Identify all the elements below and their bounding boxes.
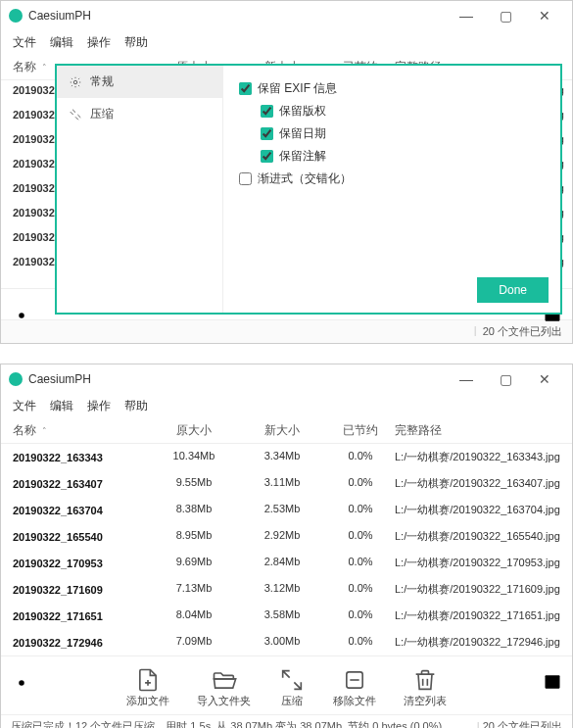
table-row[interactable]: 20190322_1709539.69Mb2.84Mb0.0%L:/一幼棋赛/2… <box>1 550 572 576</box>
done-button[interactable]: Done <box>477 277 549 303</box>
check-keep-copyright[interactable]: 保留版权 <box>239 100 545 122</box>
settings-button[interactable] <box>11 305 32 330</box>
titlebar: CaesiumPH — ▢ ✕ <box>1 1 572 30</box>
cell-orig-size: 8.38Mb <box>150 503 238 517</box>
cell-new-size: 3.58Mb <box>238 608 326 623</box>
cell-new-size: 3.34Mb <box>238 450 326 464</box>
check-keep-comment[interactable]: 保留注解 <box>239 145 545 168</box>
menu-edit[interactable]: 编辑 <box>50 398 73 414</box>
check-keep-date[interactable]: 保留日期 <box>239 122 545 145</box>
cell-full-path: L:/一幼棋赛/20190322_172946.jpg <box>395 635 572 650</box>
svg-point-3 <box>73 80 77 84</box>
menu-file[interactable]: 文件 <box>13 398 36 414</box>
col-name-header[interactable]: 名称 <box>13 59 36 75</box>
statusbar: 压缩已完成！12 个文件已压缩，用时 1.5s, 从 38.07Mb 变为 38… <box>1 714 572 728</box>
table-row[interactable]: 20190322_1637048.38Mb2.53Mb0.0%L:/一幼棋赛/2… <box>1 497 572 523</box>
cell-full-path: L:/一幼棋赛/20190322_163704.jpg <box>395 503 572 517</box>
svg-point-4 <box>19 680 24 686</box>
cell-full-path: L:/一幼棋赛/20190322_170953.jpg <box>395 556 572 570</box>
menu-action[interactable]: 操作 <box>87 398 111 414</box>
cell-new-size: 2.84Mb <box>238 556 326 570</box>
table-row[interactable]: 20190322_1655408.95Mb2.92Mb0.0%L:/一幼棋赛/2… <box>1 523 572 550</box>
cell-saved: 0.0% <box>326 582 395 597</box>
maximize-button[interactable]: ▢ <box>486 2 525 29</box>
cell-name: 20190322_165540 <box>13 529 150 544</box>
col-new-header[interactable]: 新大小 <box>238 422 326 439</box>
cell-new-size: 3.12Mb <box>238 582 326 597</box>
minimize-button[interactable]: — <box>447 2 486 29</box>
app-title: CaesiumPH <box>28 9 447 23</box>
tool-compress[interactable]: 压缩 <box>278 666 306 708</box>
menu-action[interactable]: 操作 <box>87 34 111 51</box>
svg-rect-9 <box>546 675 560 688</box>
cell-saved: 0.0% <box>326 529 395 544</box>
cell-full-path: L:/一幼棋赛/20190322_171609.jpg <box>395 582 572 597</box>
table-header: 名称˄ 原大小 新大小 已节约 完整路径 <box>1 418 572 444</box>
settings-tabs: 常规 压缩 <box>57 66 223 313</box>
cell-saved: 0.0% <box>326 635 395 650</box>
remove-icon <box>341 666 368 694</box>
table-row-fragment[interactable]: 2019032 <box>13 207 55 218</box>
col-name-header[interactable]: 名称 <box>13 422 36 439</box>
panel-icon <box>543 672 562 692</box>
settings-tab-compress[interactable]: 压缩 <box>57 98 222 130</box>
cell-saved: 0.0% <box>326 476 395 491</box>
file-list: 20190322_16334310.34Mb3.34Mb0.0%L:/一幼棋赛/… <box>1 444 572 655</box>
side-panel-toggle[interactable] <box>543 672 562 696</box>
cell-full-path: L:/一幼棋赛/20190322_163407.jpg <box>395 476 572 491</box>
menu-file[interactable]: 文件 <box>13 34 36 51</box>
table-row-fragment[interactable]: 2019032 <box>13 182 55 194</box>
tool-remove[interactable]: 移除文件 <box>333 666 376 708</box>
cell-new-size: 3.00Mb <box>238 635 326 650</box>
check-progressive[interactable]: 渐进式（交错化） <box>239 168 545 190</box>
check-keep-exif[interactable]: 保留 EXIF 信息 <box>239 77 545 100</box>
table-row-fragment[interactable]: 2019032 <box>13 256 55 267</box>
col-orig-header[interactable]: 原大小 <box>150 422 238 439</box>
cell-orig-size: 9.55Mb <box>150 476 238 491</box>
close-button[interactable]: ✕ <box>525 2 564 29</box>
maximize-button[interactable]: ▢ <box>486 365 525 393</box>
table-row-fragment[interactable]: 2019032 <box>13 109 55 121</box>
settings-dialog: 常规 压缩 保留 EXIF 信息 保留版权 保留日期 保留注解 渐进式（交错化）… <box>55 64 562 315</box>
table-row-fragment[interactable]: 2019032 <box>13 158 55 170</box>
cell-full-path: L:/一幼棋赛/20190322_163343.jpg <box>395 450 572 464</box>
cell-saved: 0.0% <box>326 608 395 623</box>
cell-orig-size: 7.13Mb <box>150 582 238 597</box>
cell-name: 20190322_170953 <box>13 556 150 570</box>
settings-tab-general[interactable]: 常规 <box>57 66 222 98</box>
sort-caret-icon: ˄ <box>42 63 47 73</box>
cell-orig-size: 9.69Mb <box>150 556 238 570</box>
table-row-fragment[interactable]: 2019032 <box>13 231 55 243</box>
menu-help[interactable]: 帮助 <box>124 34 148 51</box>
status-file-count: 20 个文件已列出 <box>483 720 562 728</box>
table-row-fragment[interactable]: 2019032 <box>13 84 55 96</box>
settings-body: 保留 EXIF 信息 保留版权 保留日期 保留注解 渐进式（交错化） <box>223 66 560 313</box>
col-saved-header[interactable]: 已节约 <box>326 422 395 439</box>
menu-help[interactable]: 帮助 <box>124 398 148 414</box>
col-path-header[interactable]: 完整路径 <box>395 422 572 439</box>
minimize-button[interactable]: — <box>447 365 486 393</box>
compress-icon <box>69 108 82 121</box>
cell-full-path: L:/一幼棋赛/20190322_165540.jpg <box>395 529 572 544</box>
toolbar: 添加文件 导入文件夹 压缩 移除文件 清空列表 <box>1 655 572 714</box>
tool-clear[interactable]: 清空列表 <box>404 666 447 708</box>
table-row[interactable]: 20190322_16334310.34Mb3.34Mb0.0%L:/一幼棋赛/… <box>1 444 572 470</box>
tool-import-folder[interactable]: 导入文件夹 <box>197 666 251 708</box>
folder-open-icon <box>211 666 238 694</box>
file-plus-icon <box>134 666 162 694</box>
gear-icon <box>69 75 82 89</box>
cell-new-size: 2.92Mb <box>238 529 326 544</box>
table-row[interactable]: 20190322_1716097.13Mb3.12Mb0.0%L:/一幼棋赛/2… <box>1 576 572 603</box>
cell-orig-size: 7.09Mb <box>150 635 238 650</box>
app-logo-icon <box>9 9 23 23</box>
menu-edit[interactable]: 编辑 <box>50 34 73 51</box>
cell-name: 20190322_171609 <box>13 582 150 597</box>
table-row[interactable]: 20190322_1634079.55Mb3.11Mb0.0%L:/一幼棋赛/2… <box>1 470 572 497</box>
settings-button[interactable] <box>11 672 32 698</box>
close-button[interactable]: ✕ <box>525 365 564 393</box>
tool-add-files[interactable]: 添加文件 <box>126 666 169 708</box>
table-row[interactable]: 20190322_1716518.04Mb3.58Mb0.0%L:/一幼棋赛/2… <box>1 603 572 629</box>
table-row[interactable]: 20190322_1729467.09Mb3.00Mb0.0%L:/一幼棋赛/2… <box>1 629 572 655</box>
table-row-fragment[interactable]: 2019032 <box>13 133 55 145</box>
status-compress-result: 压缩已完成！12 个文件已压缩，用时 1.5s, 从 38.07Mb 变为 38… <box>11 719 442 728</box>
